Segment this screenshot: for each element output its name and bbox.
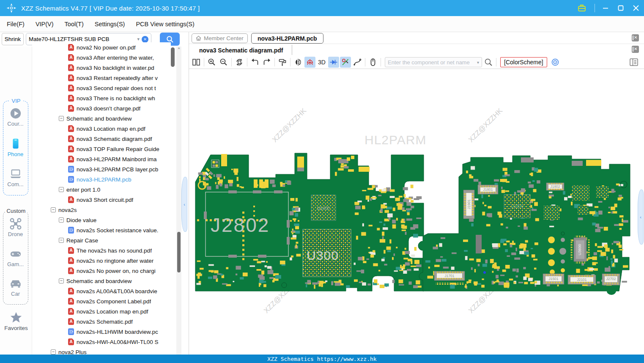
rotate-right-icon[interactable] xyxy=(261,57,272,68)
net-search-box[interactable]: ▾ xyxy=(385,57,482,67)
tree-item[interactable]: nova2s-HL1HWIM boardview.pc xyxy=(32,327,171,337)
tree-group[interactable]: −Diode value xyxy=(32,215,171,225)
menu-item-3[interactable]: Tool(T) xyxy=(65,21,84,28)
measure-icon[interactable] xyxy=(340,57,351,68)
collapse-panel-handle[interactable]: ‹ xyxy=(638,190,644,245)
tree-item[interactable]: nova3-HL2PARM PCB layer.pcb xyxy=(32,164,171,174)
tree-item[interactable]: Anova3 After entering the water, xyxy=(32,52,171,63)
net-search-icon[interactable] xyxy=(483,57,494,68)
smd-component xyxy=(501,239,507,241)
tree-item[interactable]: AThe nova2s has no sound.pdf xyxy=(32,245,171,256)
pdf-icon: A xyxy=(68,64,74,71)
mouse-settings-icon[interactable] xyxy=(367,57,378,68)
tree-item[interactable]: Anova2s no ringtone after water xyxy=(32,256,171,266)
close-tab-icon[interactable]: ✕ xyxy=(632,46,639,53)
sidebar-item-phone[interactable]: Phone xyxy=(3,138,27,157)
pcb-left-board[interactable]: J2802 U1400 U300 xyxy=(195,153,424,291)
collapse-minus-icon[interactable]: − xyxy=(59,238,64,243)
minimize-button[interactable] xyxy=(601,3,610,13)
net-search-input[interactable] xyxy=(388,59,475,66)
tab-member-center[interactable]: Member Center xyxy=(192,33,248,43)
tree-item[interactable]: Anova2s Component Label.pdf xyxy=(32,296,171,306)
smd-component xyxy=(205,178,208,180)
tree-item[interactable]: Anova3 No backlight in water.pd xyxy=(32,63,171,73)
tree-item[interactable]: Anova2s Location map en.pdf xyxy=(32,306,171,316)
menu-item-4[interactable]: Settings(S) xyxy=(95,21,125,28)
menu-item-1[interactable]: File(F) xyxy=(7,21,25,28)
smd-component xyxy=(361,232,366,236)
tree-item[interactable]: nova2s Socket resistance value. xyxy=(32,225,171,235)
collapse-minus-icon[interactable]: − xyxy=(59,116,64,121)
tree-item[interactable]: Anova3 doesn't charge.pdf xyxy=(32,103,171,113)
pcb-right-board[interactable]: J1901 J1801 U1800 J1802 xyxy=(418,156,630,295)
mirror-flip-icon[interactable] xyxy=(293,57,304,68)
close-tab-icon[interactable]: ✕ xyxy=(632,34,639,41)
chevron-down-icon[interactable]: ▾ xyxy=(477,60,479,65)
menu-item-5[interactable]: PCB View settings(S) xyxy=(136,21,194,28)
zoom-out-icon[interactable] xyxy=(218,57,229,68)
tab-pcb-file[interactable]: nova3-HL2PARM.pcb xyxy=(251,33,323,44)
sidebar-item-car[interactable]: Car xyxy=(3,277,27,297)
tree-group[interactable]: −enter port 1.0 xyxy=(32,184,171,195)
sidebar-item-game[interactable]: Gam... xyxy=(3,248,27,267)
paint-roller-icon[interactable] xyxy=(277,57,288,68)
fit-view-icon[interactable] xyxy=(234,57,245,68)
sidebar-item-favorites[interactable]: Favorites xyxy=(3,311,29,331)
tab-pdf-file[interactable]: nova3 Schematic diagram.pdf xyxy=(197,45,285,55)
shrink-button[interactable]: Shrink xyxy=(2,33,24,45)
tree-group[interactable]: −nova2 Plus xyxy=(32,347,171,355)
diode-mode-icon[interactable] xyxy=(328,57,339,68)
tree-scrollbar-thumb[interactable] xyxy=(171,47,175,67)
sidebar-item-courses[interactable]: Cour... xyxy=(3,107,27,127)
tree-item[interactable]: Anova3-HL2PARM Mainbord ima xyxy=(32,154,171,164)
smd-component xyxy=(266,261,268,263)
collapse-minus-icon[interactable]: − xyxy=(51,349,56,355)
tree-group[interactable]: −Schematic and boardview xyxy=(32,276,171,286)
tree-item[interactable]: Anova3 Restart repeatedly after v xyxy=(32,73,171,83)
close-button[interactable] xyxy=(631,3,641,13)
split-view-icon[interactable] xyxy=(191,57,202,68)
tree-item[interactable]: Anova2s Schematic.pdf xyxy=(32,316,171,327)
tree-item[interactable]: Anova3 TOP Failure Repair Guide xyxy=(32,144,171,154)
sidebar-item-computer[interactable]: Com... xyxy=(3,168,27,187)
collapse-panel-handle[interactable]: ‹ xyxy=(181,177,187,232)
pcb-canvas[interactable]: HL2PARM XZZ@XZZHK XZZ@XZZHK XZZ@XZZHK XZ… xyxy=(189,69,644,355)
smd-component xyxy=(531,248,533,249)
colorscheme-button[interactable]: [ColorScheme] xyxy=(500,57,547,67)
tree-item[interactable]: Anova2s-HWI-AL00&HWI-TL00 S xyxy=(32,337,171,347)
3d-toggle-button[interactable]: 3D xyxy=(316,57,327,68)
smd-component xyxy=(335,172,337,176)
tree-item[interactable]: Anova3 Second repair does not t xyxy=(32,83,171,93)
collapse-minus-icon[interactable]: − xyxy=(59,217,64,223)
visibility-eye-icon[interactable] xyxy=(550,57,561,68)
tree-group[interactable]: −Schematic and boardview xyxy=(32,113,171,124)
tree-group[interactable]: −nova2s xyxy=(32,205,171,215)
maximize-button[interactable] xyxy=(616,3,625,13)
highlight-lamp-icon[interactable] xyxy=(304,57,315,68)
tree-item[interactable]: Anova3 There is no backlight wh xyxy=(32,93,171,103)
curve-tool-icon[interactable] xyxy=(352,57,363,68)
rotate-left-icon[interactable] xyxy=(249,57,260,68)
tree-item[interactable]: Anova3 Schematic diagram.pdf xyxy=(32,134,171,144)
collapse-minus-icon[interactable]: − xyxy=(51,207,56,212)
panel-scrollbar[interactable]: ^ xyxy=(176,47,181,355)
layer-panel-icon[interactable] xyxy=(629,58,639,69)
zoom-in-icon[interactable] xyxy=(206,57,217,68)
smd-component xyxy=(597,246,603,248)
tree-item[interactable]: Anova2s No power on, no chargi xyxy=(32,266,171,276)
tree-group[interactable]: −Repair Case xyxy=(32,235,171,245)
collapse-minus-icon[interactable]: − xyxy=(59,278,64,283)
tree-item[interactable]: Anova3 Location map en.pdf xyxy=(32,124,171,134)
sidebar-item-drone[interactable]: Drone xyxy=(3,217,27,237)
clear-icon[interactable]: ✕ xyxy=(142,36,148,43)
license-briefcase-icon[interactable] xyxy=(577,3,587,13)
tree-item[interactable]: Anova2 No power on.pdf xyxy=(32,42,171,52)
chevron-down-icon[interactable]: ▾ xyxy=(137,36,140,42)
tree-item[interactable]: Anova2s AL00A&TL00A boardvie xyxy=(32,286,171,296)
collapse-minus-icon[interactable]: − xyxy=(59,187,64,192)
tree-item[interactable]: Anova3 Short circuit.pdf xyxy=(32,195,171,205)
menu-item-2[interactable]: VIP(V) xyxy=(36,21,54,28)
tree-item[interactable]: nova3-HL2PARM.pcb xyxy=(32,174,171,184)
panel-scrollbar-thumb[interactable] xyxy=(177,232,181,272)
scroll-up-arrow[interactable]: ^ xyxy=(176,47,181,51)
